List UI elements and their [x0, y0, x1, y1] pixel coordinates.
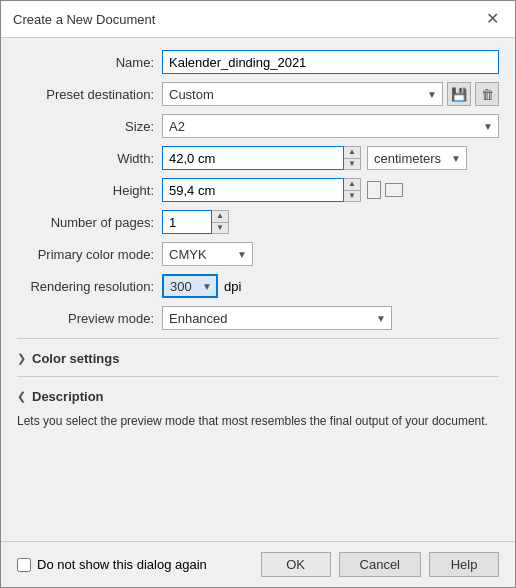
name-input[interactable]: [162, 50, 499, 74]
height-spinner-buttons: ▲ ▼: [344, 178, 361, 202]
no-show-label: Do not show this dialog again: [37, 557, 207, 572]
color-select-wrap: CMYK RGB Grayscale ▼: [162, 242, 253, 266]
pages-row: Number of pages: ▲ ▼: [17, 210, 499, 234]
save-preset-button[interactable]: 💾: [447, 82, 471, 106]
preset-control: Custom Default Print Web ▼ 💾 🗑: [162, 82, 499, 106]
size-control: A2 A3 A4 A5 Letter ▼: [162, 114, 499, 138]
color-settings-toggle-icon: ❯: [17, 352, 26, 365]
height-increment-button[interactable]: ▲: [344, 179, 360, 190]
save-icon: 💾: [451, 87, 467, 102]
preset-select-wrap: Custom Default Print Web ▼: [162, 82, 443, 106]
close-button[interactable]: ✕: [482, 9, 503, 29]
pages-control: ▲ ▼: [162, 210, 499, 234]
dialog-footer: Do not show this dialog again OK Cancel …: [1, 541, 515, 587]
cancel-button[interactable]: Cancel: [339, 552, 421, 577]
dpi-label: dpi: [224, 279, 241, 294]
preset-select[interactable]: Custom Default Print Web: [162, 82, 443, 106]
divider-2: [17, 376, 499, 377]
delete-icon: 🗑: [481, 87, 494, 102]
description-toggle-icon: ❮: [17, 390, 26, 403]
divider-1: [17, 338, 499, 339]
dialog-title: Create a New Document: [13, 12, 155, 27]
preview-select[interactable]: Enhanced Normal Pixel: [162, 306, 392, 330]
width-spinner-buttons: ▲ ▼: [344, 146, 361, 170]
rendering-label: Rendering resolution:: [17, 279, 162, 294]
width-input[interactable]: [162, 146, 344, 170]
width-increment-button[interactable]: ▲: [344, 147, 360, 158]
width-row: Width: ▲ ▼ centimeters millimeters inche…: [17, 146, 499, 170]
rendering-control: 72 96 150 300 600 ▼ dpi: [162, 274, 499, 298]
ok-button[interactable]: OK: [261, 552, 331, 577]
height-decrement-button[interactable]: ▼: [344, 190, 360, 202]
color-control: CMYK RGB Grayscale ▼: [162, 242, 499, 266]
checkbox-row: Do not show this dialog again: [17, 557, 253, 572]
color-settings-label: Color settings: [32, 351, 119, 366]
preset-label: Preset destination:: [17, 87, 162, 102]
color-label: Primary color mode:: [17, 247, 162, 262]
width-decrement-button[interactable]: ▼: [344, 158, 360, 170]
height-input[interactable]: [162, 178, 344, 202]
rendering-row: Rendering resolution: 72 96 150 300 600 …: [17, 274, 499, 298]
unit-select-wrap: centimeters millimeters inches pixels ▼: [367, 146, 467, 170]
preview-label: Preview mode:: [17, 311, 162, 326]
height-row: Height: ▲ ▼: [17, 178, 499, 202]
width-spinner: ▲ ▼: [162, 146, 361, 170]
description-section[interactable]: ❮ Description: [17, 383, 499, 408]
unit-select[interactable]: centimeters millimeters inches pixels: [367, 146, 467, 170]
preview-select-wrap: Enhanced Normal Pixel ▼: [162, 306, 392, 330]
color-row: Primary color mode: CMYK RGB Grayscale ▼: [17, 242, 499, 266]
no-show-checkbox[interactable]: [17, 558, 31, 572]
pages-spinner: ▲ ▼: [162, 210, 229, 234]
preset-row: Preset destination: Custom Default Print…: [17, 82, 499, 106]
title-bar: Create a New Document ✕: [1, 1, 515, 38]
name-label: Name:: [17, 55, 162, 70]
pages-input[interactable]: [162, 210, 212, 234]
portrait-icon[interactable]: [367, 181, 381, 199]
width-label: Width:: [17, 151, 162, 166]
description-text: Lets you select the preview mode that mo…: [17, 408, 499, 438]
size-row: Size: A2 A3 A4 A5 Letter ▼: [17, 114, 499, 138]
size-select[interactable]: A2 A3 A4 A5 Letter: [162, 114, 499, 138]
help-button[interactable]: Help: [429, 552, 499, 577]
pages-label: Number of pages:: [17, 215, 162, 230]
rendering-select[interactable]: 72 96 150 300 600: [162, 274, 218, 298]
rendering-select-wrap: 72 96 150 300 600 ▼: [162, 274, 218, 298]
size-select-wrap: A2 A3 A4 A5 Letter ▼: [162, 114, 499, 138]
pages-decrement-button[interactable]: ▼: [212, 222, 228, 234]
orientation-icons: [367, 181, 403, 199]
description-label: Description: [32, 389, 104, 404]
size-label: Size:: [17, 119, 162, 134]
footer-buttons: OK Cancel Help: [261, 552, 499, 577]
pages-spinner-buttons: ▲ ▼: [212, 210, 229, 234]
preview-control: Enhanced Normal Pixel ▼: [162, 306, 499, 330]
preview-row: Preview mode: Enhanced Normal Pixel ▼: [17, 306, 499, 330]
form-body: Name: Preset destination: Custom Default…: [1, 38, 515, 541]
name-row: Name:: [17, 50, 499, 74]
color-settings-section[interactable]: ❯ Color settings: [17, 345, 499, 370]
height-label: Height:: [17, 183, 162, 198]
height-spinner: ▲ ▼: [162, 178, 361, 202]
height-control: ▲ ▼: [162, 178, 499, 202]
pages-increment-button[interactable]: ▲: [212, 211, 228, 222]
delete-preset-button[interactable]: 🗑: [475, 82, 499, 106]
create-document-dialog: Create a New Document ✕ Name: Preset des…: [0, 0, 516, 588]
name-control: [162, 50, 499, 74]
width-control: ▲ ▼ centimeters millimeters inches pixel…: [162, 146, 499, 170]
landscape-icon[interactable]: [385, 183, 403, 197]
color-select[interactable]: CMYK RGB Grayscale: [162, 242, 253, 266]
